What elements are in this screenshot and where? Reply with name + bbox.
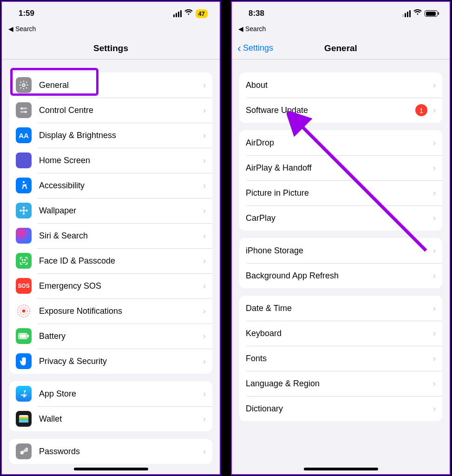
update-badge: 1 — [415, 104, 427, 116]
row-home-screen[interactable]: Home Screen› — [9, 148, 212, 173]
row-privacy-security[interactable]: Privacy & Security› — [9, 349, 212, 374]
row-dictionary[interactable]: Dictionary› — [239, 396, 442, 421]
chevron-right-icon: › — [433, 304, 436, 313]
chevron-right-icon: › — [203, 306, 206, 316]
chevron-right-icon: › — [433, 138, 436, 148]
row-label: Accessibility — [39, 181, 203, 191]
page-title: Settings — [93, 43, 128, 53]
cellular-icon — [402, 10, 411, 17]
row-emergency-sos[interactable]: SOSEmergency SOS› — [9, 273, 212, 298]
row-wallpaper[interactable]: Wallpaper› — [9, 198, 212, 223]
row-iphone-storage[interactable]: iPhone Storage› — [239, 238, 442, 263]
row-label: Wallpaper — [39, 206, 203, 216]
row-language-region[interactable]: Language & Region› — [239, 371, 442, 396]
settings-group-main: General›Control Centre›AADisplay & Brigh… — [9, 73, 212, 374]
settings-content[interactable]: General›Control Centre›AADisplay & Brigh… — [2, 60, 220, 472]
row-display-brightness[interactable]: AADisplay & Brightness› — [9, 123, 212, 148]
back-to-search[interactable]: ◀ Search — [2, 25, 220, 37]
screenshot-general: 8:38 ◀ Search ‹ Settings General About›S… — [231, 1, 451, 475]
row-label: Battery — [39, 331, 203, 341]
key-icon — [16, 443, 32, 459]
wallpaper-icon — [16, 203, 32, 218]
svg-point-4 — [25, 111, 26, 113]
row-label: Fonts — [246, 354, 433, 364]
chevron-right-icon: › — [203, 357, 206, 366]
chevron-right-icon: › — [433, 188, 436, 198]
row-label: Exposure Notifications — [39, 306, 203, 316]
row-about[interactable]: About› — [239, 73, 442, 98]
back-triangle-icon: ◀ — [238, 25, 243, 33]
back-triangle-icon: ◀ — [8, 25, 13, 33]
row-software-update[interactable]: Software Update1› — [239, 98, 442, 123]
chevron-right-icon: › — [203, 156, 206, 165]
row-label: Dictionary — [246, 404, 433, 414]
row-label: AirPlay & Handoff — [246, 163, 433, 173]
general-content[interactable]: About›Software Update1› AirDrop›AirPlay … — [232, 60, 450, 472]
row-app-store[interactable]: App Store› — [9, 381, 212, 406]
svg-point-9 — [20, 210, 22, 212]
row-passwords[interactable]: Passwords› — [9, 439, 212, 464]
chevron-right-icon: › — [203, 131, 206, 140]
svg-point-23 — [20, 451, 24, 454]
hand-icon — [16, 353, 32, 369]
row-picture-in-picture[interactable]: Picture in Picture› — [239, 180, 442, 205]
row-fonts[interactable]: Fonts› — [239, 346, 442, 371]
back-to-search[interactable]: ◀ Search — [232, 25, 450, 37]
home-indicator[interactable] — [74, 468, 148, 470]
status-right — [402, 9, 438, 18]
exposure-icon — [16, 303, 32, 319]
chevron-right-icon: › — [433, 246, 436, 256]
home-indicator[interactable] — [304, 468, 378, 470]
status-bar: 8:38 — [232, 2, 450, 25]
back-button[interactable]: ‹ Settings — [237, 43, 273, 54]
svg-point-7 — [23, 206, 25, 209]
battery-icon — [425, 10, 438, 17]
row-keyboard[interactable]: Keyboard› — [239, 321, 442, 346]
row-label: Display & Brightness — [39, 131, 203, 140]
row-label: Emergency SOS — [39, 281, 203, 291]
back-search-label: Search — [245, 25, 266, 33]
chevron-right-icon: › — [433, 80, 436, 90]
row-siri-search[interactable]: Siri & Search› — [9, 223, 212, 248]
row-date-time[interactable]: Date & Time› — [239, 296, 442, 321]
row-airplay-handoff[interactable]: AirPlay & Handoff› — [239, 155, 442, 180]
navbar: ‹ Settings General — [232, 37, 450, 60]
svg-point-6 — [22, 209, 25, 212]
wifi-icon — [184, 9, 193, 18]
row-exposure-notifications[interactable]: Exposure Notifications› — [9, 298, 212, 324]
general-group-2: AirDrop›AirPlay & Handoff›Picture in Pic… — [239, 130, 442, 231]
svg-rect-17 — [27, 335, 29, 337]
row-carplay[interactable]: CarPlay› — [239, 205, 442, 231]
row-label: Background App Refresh — [246, 271, 433, 281]
row-label: iPhone Storage — [246, 246, 433, 256]
chevron-right-icon: › — [203, 231, 206, 241]
row-battery[interactable]: Battery› — [9, 324, 212, 349]
row-label: Face ID & Passcode — [39, 256, 203, 266]
page-title: General — [324, 43, 357, 53]
row-label: Date & Time — [246, 304, 433, 313]
chevron-right-icon: › — [203, 206, 206, 216]
back-search-label: Search — [15, 25, 36, 33]
row-label: Control Centre — [39, 106, 203, 115]
row-label: Privacy & Security — [39, 357, 203, 366]
status-time: 8:38 — [249, 9, 264, 18]
row-accessibility[interactable]: Accessibility› — [9, 173, 212, 198]
row-general[interactable]: General› — [9, 73, 212, 98]
wifi-icon — [413, 9, 422, 18]
faceid-icon — [16, 253, 32, 269]
row-label: AirDrop — [246, 138, 433, 148]
row-label: App Store — [39, 389, 203, 399]
svg-rect-20 — [19, 416, 28, 418]
row-label: Software Update — [246, 106, 415, 115]
screenshot-settings: 1:59 47 ◀ Search Settings General›Contro… — [1, 1, 221, 475]
row-airdrop[interactable]: AirDrop› — [239, 130, 442, 155]
appstore-icon — [16, 386, 32, 402]
chevron-right-icon: › — [203, 389, 206, 399]
row-faceid-passcode[interactable]: Face ID & Passcode› — [9, 248, 212, 273]
row-label: About — [246, 80, 433, 90]
general-group-3: iPhone Storage›Background App Refresh› — [239, 238, 442, 288]
row-wallet[interactable]: Wallet› — [9, 406, 212, 431]
svg-point-2 — [21, 107, 23, 109]
row-background-app-refresh[interactable]: Background App Refresh› — [239, 263, 442, 288]
row-control-centre[interactable]: Control Centre› — [9, 98, 212, 123]
